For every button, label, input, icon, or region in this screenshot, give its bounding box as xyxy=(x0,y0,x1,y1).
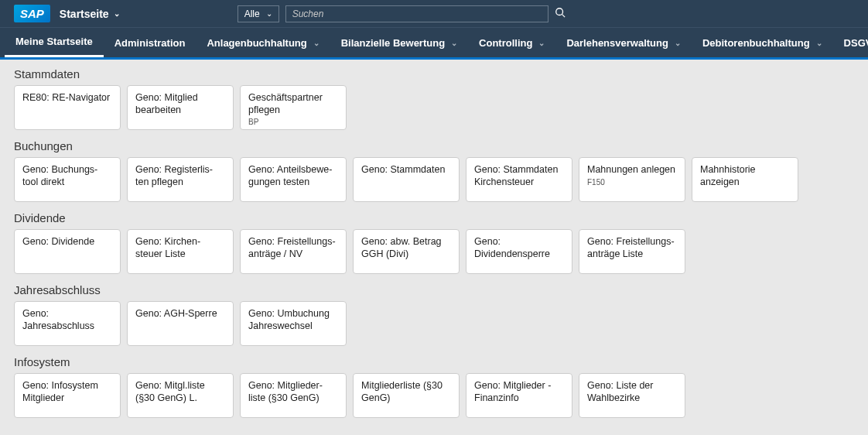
tile[interactable]: Geno: Anteilsbewe-gungen testen xyxy=(240,157,347,202)
tile-title: Mahnungen anlegen xyxy=(587,164,677,176)
tile-title: Mahnhistorie anzeigen xyxy=(700,164,790,188)
tile[interactable]: Geno: Kirchen-steuer Liste xyxy=(127,229,234,274)
section-0: StammdatenRE80: RE-NavigatorGeno: Mitgli… xyxy=(14,67,854,130)
nav-item-6[interactable]: Debitorenbuchhaltung⌄ xyxy=(692,29,833,57)
section-title: Buchungen xyxy=(14,139,854,152)
tile[interactable]: Geno: Mitglieder-liste (§30 GenG) xyxy=(240,373,347,418)
tile[interactable]: Geno: Dividende xyxy=(14,229,121,274)
tile-title: RE80: RE-Navigator xyxy=(22,92,112,104)
nav-item-5[interactable]: Darlehensverwaltung⌄ xyxy=(555,29,692,57)
tile[interactable]: Geno: Registerlis-ten pflegen xyxy=(127,157,234,202)
header-top: SAP Startseite ⌄ Alle ⌄ xyxy=(0,0,868,27)
tile-title: Geno: Stammdaten xyxy=(361,164,451,176)
tile[interactable]: Geno: Liste der Wahlbezirke xyxy=(579,373,685,418)
section-3: JahresabschlussGeno: JahresabschlussGeno… xyxy=(14,283,854,346)
app-header: SAP Startseite ⌄ Alle ⌄ Meine Startseite… xyxy=(0,0,868,57)
tile-title: Geno: AGH-Sperre xyxy=(135,308,225,320)
tile-title: Geno: Stammdaten Kirchensteuer xyxy=(474,164,564,188)
tile-title: Geno: Mitglieder - Finanzinfo xyxy=(474,380,564,404)
chevron-down-icon: ⌄ xyxy=(675,39,681,47)
nav-item-label: Controlling xyxy=(479,37,532,49)
tile-group: RE80: RE-NavigatorGeno: Mitglied bearbei… xyxy=(14,85,854,130)
nav-item-label: DSGVO xyxy=(844,37,868,49)
tile[interactable]: Mahnhistorie anzeigen xyxy=(692,157,798,202)
section-4: InfosystemGeno: Infosystem MitgliederGen… xyxy=(14,355,854,418)
tile-title: Geno: Mitglieder-liste (§30 GenG) xyxy=(248,380,338,404)
chevron-down-icon: ⌄ xyxy=(538,39,545,47)
tile-title: Geno: Jahresabschluss xyxy=(22,308,112,332)
search-input[interactable] xyxy=(285,5,548,22)
chevron-down-icon: ⌄ xyxy=(114,9,120,18)
tile[interactable]: Geno: Mitglied bearbeiten xyxy=(127,85,234,130)
search-area: Alle ⌄ xyxy=(238,5,566,22)
tile-title: Geno: Umbuchung Jahreswechsel xyxy=(248,308,338,332)
tile-title: Geno: Dividendensperre xyxy=(474,236,564,260)
tile-title: Geschäftspartner pflegen xyxy=(248,92,338,116)
nav-item-0[interactable]: Meine Startseite xyxy=(5,28,104,57)
tile[interactable]: Geno: Infosystem Mitglieder xyxy=(14,373,121,418)
tile[interactable]: Geno: Freistellungs-anträge Liste xyxy=(579,229,685,274)
tile[interactable]: Geno: Jahresabschluss xyxy=(14,301,121,346)
tile[interactable]: RE80: RE-Navigator xyxy=(14,85,121,130)
tile[interactable]: Geno: Stammdaten Kirchensteuer xyxy=(466,157,572,202)
tile-title: Geno: Dividende xyxy=(22,236,112,248)
tile[interactable]: Geschäftspartner pflegenBP xyxy=(240,85,347,130)
tile-title: Geno: Buchungs-tool direkt xyxy=(22,164,112,188)
tile-title: Geno: Registerlis-ten pflegen xyxy=(135,164,225,188)
search-filter-label: Alle xyxy=(244,9,260,19)
chevron-down-icon: ⌄ xyxy=(816,39,822,47)
sap-logo: SAP xyxy=(14,5,50,22)
tile[interactable]: Geno: Mitglieder - Finanzinfo xyxy=(466,373,572,418)
tile-group: Geno: Infosystem MitgliederGeno: Mitgl.l… xyxy=(14,373,854,418)
chevron-down-icon: ⌄ xyxy=(266,9,272,18)
tile[interactable]: Geno: Freistellungs-anträge / NV xyxy=(240,229,347,274)
tile[interactable]: Mitgliederliste (§30 GenG) xyxy=(353,373,460,418)
nav-item-label: Debitorenbuchhaltung xyxy=(702,37,810,49)
tile-title: Mitgliederliste (§30 GenG) xyxy=(361,380,451,404)
tile-title: Geno: Infosystem Mitglieder xyxy=(22,380,112,404)
nav-item-7[interactable]: DSGVO⌄ xyxy=(833,29,868,57)
chevron-down-icon: ⌄ xyxy=(451,39,457,47)
tile-title: Geno: Kirchen-steuer Liste xyxy=(135,236,225,260)
nav-item-1[interactable]: Administration xyxy=(104,29,196,57)
tile-title: Geno: Mitglied bearbeiten xyxy=(135,92,225,116)
nav-item-3[interactable]: Bilanzielle Bewertung⌄ xyxy=(330,29,468,57)
tile[interactable]: Mahnungen anlegenF150 xyxy=(579,157,685,202)
tile[interactable]: Geno: Mitgl.liste (§30 GenG) L. xyxy=(127,373,234,418)
section-title: Jahresabschluss xyxy=(14,283,854,296)
tile-group: Geno: JahresabschlussGeno: AGH-SperreGen… xyxy=(14,301,854,346)
tile[interactable]: Geno: Buchungs-tool direkt xyxy=(14,157,121,202)
section-1: BuchungenGeno: Buchungs-tool direktGeno:… xyxy=(14,139,854,202)
tile-group: Geno: Buchungs-tool direktGeno: Register… xyxy=(14,157,854,202)
tile-title: Geno: Mitgl.liste (§30 GenG) L. xyxy=(135,380,225,404)
search-icon[interactable] xyxy=(555,7,566,20)
tile-subtitle: BP xyxy=(248,118,338,126)
tile-title: Geno: Freistellungs-anträge Liste xyxy=(587,236,677,260)
content-area: StammdatenRE80: RE-NavigatorGeno: Mitgli… xyxy=(0,60,868,435)
nav-item-label: Meine Startseite xyxy=(15,36,93,47)
tile[interactable]: Geno: AGH-Sperre xyxy=(127,301,234,346)
nav-item-label: Darlehensverwaltung xyxy=(566,37,668,49)
home-button[interactable]: Startseite ⌄ xyxy=(60,8,120,20)
svg-line-1 xyxy=(562,15,565,18)
nav-item-4[interactable]: Controlling⌄ xyxy=(468,29,555,57)
nav-item-label: Bilanzielle Bewertung xyxy=(341,37,445,49)
tile[interactable]: Geno: Umbuchung Jahreswechsel xyxy=(240,301,347,346)
tile[interactable]: Geno: Dividendensperre xyxy=(466,229,572,274)
search-filter-select[interactable]: Alle ⌄ xyxy=(238,5,279,22)
tile-title: Geno: Freistellungs-anträge / NV xyxy=(248,236,338,260)
section-title: Stammdaten xyxy=(14,67,854,80)
nav-item-label: Anlagenbuchhaltung xyxy=(207,37,306,49)
tile-subtitle: F150 xyxy=(587,178,677,187)
section-title: Infosystem xyxy=(14,355,854,368)
tile-title: Geno: Liste der Wahlbezirke xyxy=(587,380,677,404)
tile[interactable]: Geno: Stammdaten xyxy=(353,157,460,202)
main-nav: Meine StartseiteAdministrationAnlagenbuc… xyxy=(0,27,868,57)
section-2: DividendeGeno: DividendeGeno: Kirchen-st… xyxy=(14,211,854,274)
section-title: Dividende xyxy=(14,211,854,224)
nav-item-2[interactable]: Anlagenbuchhaltung⌄ xyxy=(196,29,330,57)
tile[interactable]: Geno: abw. Betrag GGH (Divi) xyxy=(353,229,460,274)
tile-group: Geno: DividendeGeno: Kirchen-steuer List… xyxy=(14,229,854,274)
chevron-down-icon: ⌄ xyxy=(313,39,320,47)
nav-item-label: Administration xyxy=(114,37,186,49)
